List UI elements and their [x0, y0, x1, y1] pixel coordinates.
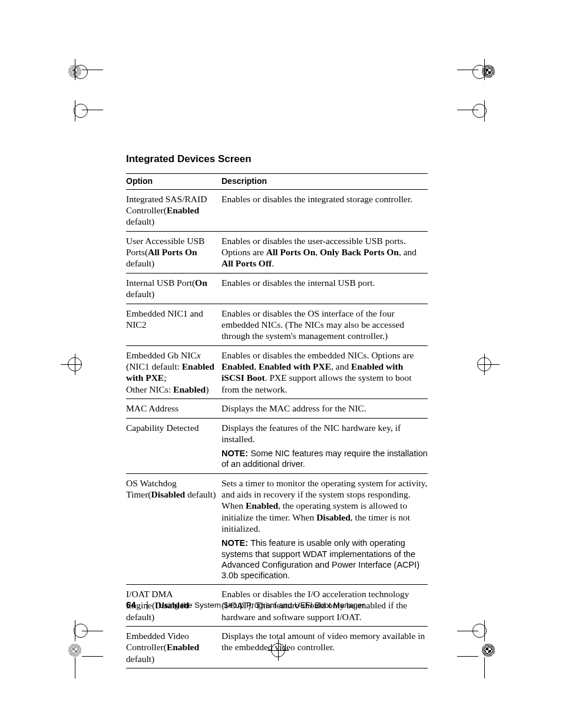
option-cell: MAC Address	[126, 399, 222, 418]
description-cell: Enables or disables the embedded NICs. O…	[222, 345, 428, 399]
table-row: OS Watchdog Timer(Disabled default)Sets …	[126, 473, 428, 584]
crop-mark-icon	[64, 645, 100, 681]
table-row: Capability DetectedDisplays the features…	[126, 418, 428, 473]
option-cell: Embedded NIC1 and NIC2	[126, 304, 222, 345]
option-cell: OS Watchdog Timer(Disabled default)	[126, 473, 222, 584]
th-description: Description	[222, 174, 428, 190]
footer-text: Using the System Setup Program and UEFI …	[158, 601, 365, 610]
table-row: Embedded Gb NICx(NIC1 default: Enabled w…	[126, 345, 428, 399]
table-row: Internal USB Port(On default)Enables or …	[126, 273, 428, 304]
option-cell: Capability Detected	[126, 418, 222, 473]
description-cell: Enables or disables the user-accessible …	[222, 231, 428, 273]
table-row: Integrated SAS/RAID Controller(Enabled d…	[126, 189, 428, 231]
option-cell: Integrated SAS/RAID Controller(Enabled d…	[126, 189, 222, 231]
option-cell: Embedded Video Controller(Enabled defaul…	[126, 627, 222, 668]
crop-mark-icon	[64, 354, 100, 389]
section-heading: Integrated Devices Screen	[126, 153, 428, 165]
description-cell: Enables or disables the internal USB por…	[222, 273, 428, 304]
table-row: MAC AddressDisplays the MAC address for …	[126, 399, 428, 418]
description-cell: Displays the total amount of video memor…	[222, 627, 428, 668]
option-cell: Embedded Gb NICx(NIC1 default: Enabled w…	[126, 345, 222, 399]
description-cell: Sets a timer to monitor the operating sy…	[222, 473, 428, 584]
description-cell: Enables or disables the integrated stora…	[222, 189, 428, 231]
page-footer: 64 | Using the System Setup Program and …	[126, 599, 432, 610]
table-row: Embedded NIC1 and NIC2Enables or disable…	[126, 304, 428, 345]
description-cell: Displays the features of the NIC hardwar…	[222, 418, 428, 473]
options-table: Option Description Integrated SAS/RAID C…	[126, 173, 428, 668]
table-row: Embedded Video Controller(Enabled defaul…	[126, 627, 428, 668]
description-cell: Displays the MAC address for the NIC.	[222, 399, 428, 418]
crop-mark-icon	[461, 645, 496, 681]
crop-mark-icon	[461, 354, 496, 389]
crop-mark-icon	[461, 86, 496, 121]
footer-separator: |	[146, 600, 148, 610]
page-content: Integrated Devices Screen Option Descrip…	[126, 153, 428, 668]
table-row: User Accessible USB Ports(All Ports On d…	[126, 231, 428, 273]
crop-mark-icon	[64, 86, 100, 121]
th-option: Option	[126, 174, 222, 190]
description-cell: Enables or disables the OS interface of …	[222, 304, 428, 345]
option-cell: User Accessible USB Ports(All Ports On d…	[126, 231, 222, 273]
option-cell: Internal USB Port(On default)	[126, 273, 222, 304]
page-number: 64	[126, 599, 136, 610]
